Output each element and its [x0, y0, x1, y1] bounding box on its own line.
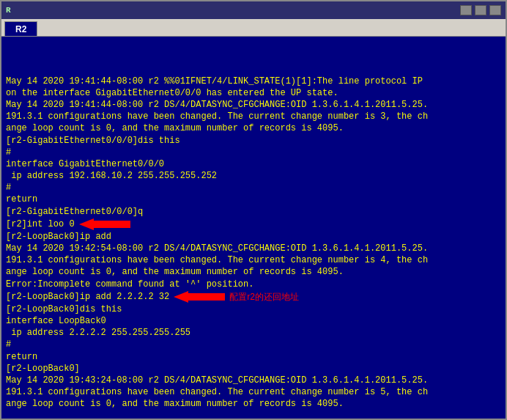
svg-marker-1 — [174, 291, 225, 303]
svg-marker-0 — [79, 218, 130, 230]
terminal-line: ange loop count is 0, and the maximum nu… — [6, 398, 501, 410]
terminal-line-text: [r2]int loo 0 — [6, 218, 75, 230]
terminal-content: May 14 2020 19:41:44-08:00 r2 %%01IFNET/… — [6, 40, 501, 410]
tab-bar: R2 — [1, 19, 506, 37]
title-bar: R — [1, 1, 506, 19]
terminal-line: [r2-GigabitEthernet0/0/0]q — [6, 206, 501, 218]
terminal-line: ange loop count is 0, and the maximum nu… — [6, 266, 501, 278]
terminal-line: interface LoopBack0 — [6, 315, 501, 327]
terminal-line: [r2-LoopBack0]dis this — [6, 303, 501, 315]
terminal-line-annotated: [r2-LoopBack0]ip add 2.2.2.2 32配置r2的还回地址 — [6, 290, 501, 303]
terminal-line: 191.3.1 configurations have been changed… — [6, 111, 501, 122]
left-arrow-icon — [174, 290, 225, 303]
close-button[interactable] — [489, 5, 501, 15]
terminal-line: on the interface GigabitEthernet0/0/0 ha… — [6, 87, 501, 99]
terminal-line: May 14 2020 19:43:24-08:00 r2 DS/4/DATAS… — [6, 375, 501, 386]
annotation-text: 配置r2的还回地址 — [229, 291, 299, 303]
terminal-line: [r2-LoopBack0] — [6, 363, 501, 375]
terminal-line: # — [6, 339, 501, 350]
tab-r2[interactable]: R2 — [4, 21, 37, 36]
terminal-line: 191.3.1 configurations have been changed… — [6, 386, 501, 398]
terminal-line: May 14 2020 19:42:54-08:00 r2 DS/4/DATAS… — [6, 243, 501, 254]
left-arrow-icon — [79, 218, 130, 231]
restore-button[interactable] — [475, 5, 486, 15]
window-icon: R — [6, 6, 11, 15]
terminal-line: [r2-GigabitEthernet0/0/0]dis this — [6, 135, 501, 147]
terminal-line: [r2-LoopBack0]ip add — [6, 231, 501, 243]
terminal-line: 191.3.1 configurations have been changed… — [6, 254, 501, 266]
terminal-line: ange loop count is 0, and the maximum nu… — [6, 122, 501, 134]
title-controls — [460, 5, 501, 15]
title-bar-left: R — [6, 6, 15, 15]
terminal-line: ip address 2.2.2.2 255.255.255.255 — [6, 327, 501, 339]
terminal-line: May 14 2020 19:41:44-08:00 r2 DS/4/DATAS… — [6, 99, 501, 111]
terminal-line: ip address 192.168.10.2 255.255.255.252 — [6, 170, 501, 182]
terminal-line: interface GigabitEthernet0/0/0 — [6, 158, 501, 170]
terminal-line-text: [r2-LoopBack0]ip add 2.2.2.2 32 — [6, 291, 169, 303]
terminal-line: return — [6, 194, 501, 205]
terminal-line: Error:Incomplete command found at '^' po… — [6, 279, 501, 290]
terminal-line: # — [6, 147, 501, 158]
terminal-area[interactable]: May 14 2020 19:41:44-08:00 r2 %%01IFNET/… — [1, 37, 506, 419]
terminal-line-arrow: [r2]int loo 0 — [6, 218, 501, 231]
terminal-line: # — [6, 182, 501, 194]
minimize-button[interactable] — [460, 5, 472, 15]
terminal-line: May 14 2020 19:41:44-08:00 r2 %%01IFNET/… — [6, 75, 501, 87]
terminal-line: return — [6, 351, 501, 363]
main-window: R R2 May 14 2020 19:41:44-08:00 r2 %%01I… — [0, 0, 507, 420]
